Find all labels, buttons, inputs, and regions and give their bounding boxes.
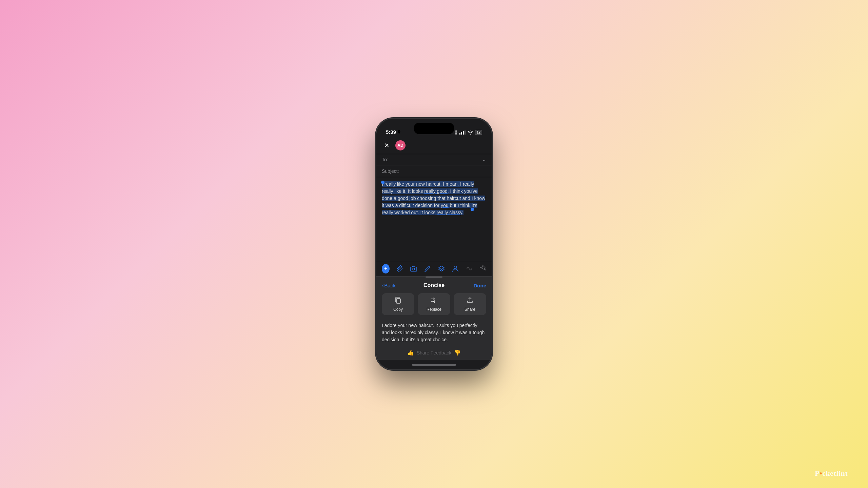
svg-point-7 (413, 268, 415, 270)
battery-indicator: 12 (475, 130, 482, 135)
back-label: Back (384, 283, 395, 288)
selection-cursor-right (471, 208, 474, 211)
dynamic-island (414, 123, 454, 134)
email-compose: ✕ AD To: ⌄ Subject: I really like your n… (376, 137, 492, 369)
svg-rect-0 (455, 130, 456, 133)
scribble-svg (466, 265, 473, 272)
svg-rect-5 (463, 131, 464, 135)
share-button[interactable]: Share (454, 293, 486, 315)
watermark-dot: • (820, 469, 822, 477)
send-svg (479, 265, 486, 271)
panel-drag-handle (426, 277, 442, 278)
copy-button[interactable]: Copy (382, 293, 414, 315)
underlined-you: you (441, 203, 449, 208)
pen-icon[interactable] (423, 264, 431, 273)
to-label: To: (382, 157, 482, 162)
subject-label: Subject: (382, 168, 399, 174)
compose-toolbar: + (376, 261, 492, 276)
contact-icon[interactable] (452, 264, 459, 273)
avatar: AD (395, 140, 406, 150)
feedback-label[interactable]: Share Feedback (417, 350, 452, 355)
action-buttons: Copy Replace (376, 292, 492, 319)
ai-title: Concise (423, 282, 445, 288)
status-time: 5:39 (386, 129, 401, 135)
replace-label: Replace (427, 307, 441, 312)
replace-svg (430, 297, 438, 304)
selected-text: I really like your new haircut. I mean, … (382, 181, 485, 215)
ai-panel-header: ‹ Back Concise Done (376, 279, 492, 292)
pen-svg (424, 265, 431, 272)
phone-frame: 5:39 (376, 119, 492, 369)
battery-level: 12 (475, 130, 482, 135)
thumbs-up-icon[interactable]: 👍 (407, 349, 414, 356)
email-text[interactable]: I really like your new haircut. I mean, … (382, 181, 486, 216)
underlined-really-classy: really classy (437, 210, 462, 215)
replace-button[interactable]: Replace (418, 293, 450, 315)
camera-icon[interactable] (410, 264, 417, 273)
ai-result-text: I adore your new haircut. It suits you p… (376, 319, 492, 347)
status-icons: 12 (455, 130, 482, 135)
selection-cursor-left (381, 181, 384, 184)
mic-icon (455, 130, 457, 135)
to-field[interactable]: To: ⌄ (376, 154, 492, 165)
svg-rect-9 (396, 299, 400, 303)
compose-header: ✕ AD (376, 137, 492, 154)
home-indicator (376, 360, 492, 369)
done-button[interactable]: Done (474, 283, 487, 288)
svg-rect-4 (461, 132, 462, 135)
underlined-really-good: really good (424, 188, 448, 194)
close-icon: ✕ (384, 142, 389, 149)
layers-icon[interactable] (438, 264, 446, 273)
send-button[interactable] (479, 265, 486, 273)
time-display: 5:39 (386, 129, 396, 135)
attachment-icon[interactable] (396, 264, 403, 273)
email-body[interactable]: I really like your new haircut. I mean, … (376, 177, 492, 261)
signal-icon (459, 130, 466, 135)
replace-icon (430, 297, 438, 306)
thumbs-down-icon[interactable]: 👎 (454, 349, 461, 356)
feedback-row: 👍 Share Feedback 👎 (376, 347, 492, 360)
copy-svg (394, 297, 402, 304)
avatar-initials: AD (397, 143, 403, 148)
svg-point-8 (454, 266, 457, 269)
camera-svg (410, 266, 417, 272)
subject-field[interactable]: Subject: (376, 165, 492, 177)
layers-svg (438, 266, 445, 272)
close-button[interactable]: ✕ (382, 141, 391, 150)
svg-rect-3 (459, 133, 460, 135)
pocketlint-watermark: P•cketlint (815, 469, 848, 478)
add-button[interactable]: + (382, 264, 390, 273)
chevron-down-icon: ⌄ (482, 157, 486, 162)
ai-panel: ‹ Back Concise Done Copy (376, 276, 492, 360)
back-button[interactable]: ‹ Back (382, 282, 396, 288)
svg-rect-6 (465, 130, 466, 135)
copy-label: Copy (393, 307, 403, 312)
share-svg (466, 297, 474, 304)
copy-icon (394, 297, 402, 306)
home-bar (412, 364, 456, 366)
person-svg (452, 265, 459, 272)
paperclip-svg (397, 265, 403, 272)
share-label: Share (465, 307, 475, 312)
scribble-icon[interactable] (466, 264, 473, 273)
wifi-icon (468, 130, 473, 135)
location-icon (397, 130, 401, 134)
share-icon (466, 297, 474, 306)
